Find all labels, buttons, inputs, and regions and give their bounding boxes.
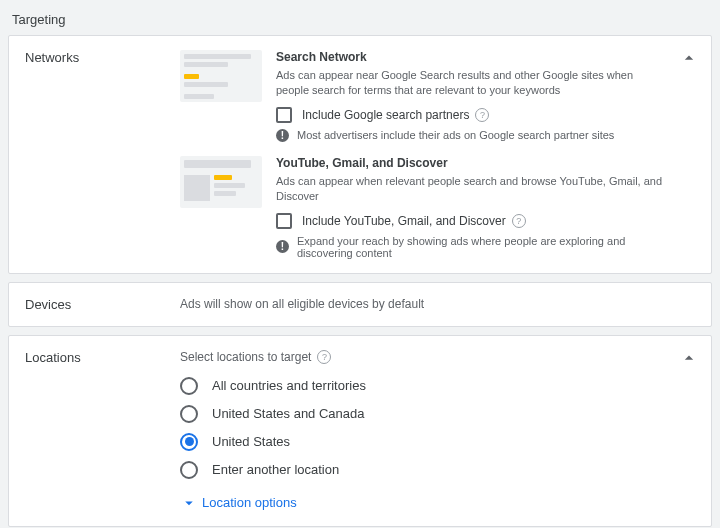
chevron-down-icon <box>180 494 198 512</box>
location-options-label: Location options <box>202 495 297 510</box>
include-ygd-checkbox[interactable] <box>276 213 292 229</box>
radio-button[interactable] <box>180 433 198 451</box>
locations-label: Locations <box>25 350 180 512</box>
search-network-desc: Ads can appear near Google Search result… <box>276 68 665 99</box>
devices-desc: Ads will show on all eligible devices by… <box>180 297 695 312</box>
include-search-partners-label: Include Google search partners <box>302 108 469 122</box>
location-radio-label: United States and Canada <box>212 406 365 421</box>
ygd-desc: Ads can appear when relevant people sear… <box>276 174 665 205</box>
info-icon: ! <box>276 129 289 142</box>
ygd-info: Expand your reach by showing ads where p… <box>297 235 665 259</box>
radio-button[interactable] <box>180 461 198 479</box>
location-radio-label: United States <box>212 434 290 449</box>
location-radio-option[interactable]: Enter another location <box>180 456 695 484</box>
location-radio-option[interactable]: All countries and territories <box>180 372 695 400</box>
info-icon: ! <box>276 240 289 253</box>
chevron-up-icon <box>679 348 699 368</box>
radio-button[interactable] <box>180 377 198 395</box>
help-icon[interactable]: ? <box>475 108 489 122</box>
locations-prompt: Select locations to target <box>180 350 311 364</box>
networks-label: Networks <box>25 50 180 259</box>
locations-card: Locations Select locations to target ? A… <box>8 335 712 527</box>
location-radio-label: Enter another location <box>212 462 339 477</box>
search-network-title: Search Network <box>276 50 665 64</box>
search-network-section: Search Network Ads can appear near Googl… <box>180 50 695 142</box>
radio-button[interactable] <box>180 405 198 423</box>
include-search-partners-checkbox[interactable] <box>276 107 292 123</box>
include-ygd-label: Include YouTube, Gmail, and Discover <box>302 214 506 228</box>
devices-label: Devices <box>25 297 180 312</box>
collapse-locations-button[interactable] <box>679 348 699 371</box>
devices-card[interactable]: Devices Ads will show on all eligible de… <box>8 282 712 327</box>
chevron-up-icon <box>679 48 699 68</box>
page-title: Targeting <box>12 12 712 27</box>
help-icon[interactable]: ? <box>317 350 331 364</box>
ygd-title: YouTube, Gmail, and Discover <box>276 156 665 170</box>
search-network-info: Most advertisers include their ads on Go… <box>297 129 614 141</box>
search-network-thumbnail <box>180 50 262 102</box>
collapse-networks-button[interactable] <box>679 48 699 71</box>
location-radio-label: All countries and territories <box>212 378 366 393</box>
location-options-toggle[interactable]: Location options <box>180 494 695 512</box>
ygd-section: YouTube, Gmail, and Discover Ads can app… <box>180 156 695 259</box>
location-radio-option[interactable]: United States <box>180 428 695 456</box>
networks-card: Networks Search Network Ads can appe <box>8 35 712 274</box>
ygd-thumbnail <box>180 156 262 208</box>
location-radio-option[interactable]: United States and Canada <box>180 400 695 428</box>
help-icon[interactable]: ? <box>512 214 526 228</box>
